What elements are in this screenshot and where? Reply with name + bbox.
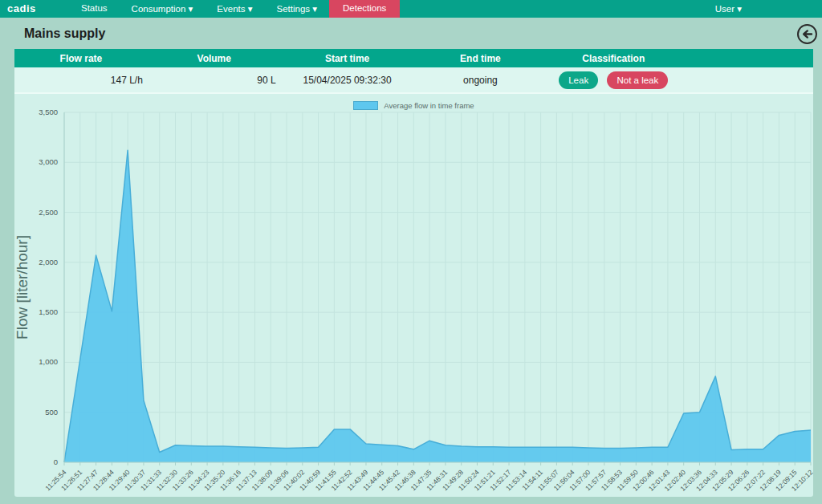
volume-value: 90 L: [148, 75, 281, 86]
svg-text:0: 0: [54, 457, 58, 466]
title-band: Mains supply: [0, 18, 822, 49]
legend-label: Average flow in time frame: [384, 101, 474, 110]
brand-logo[interactable]: cadis: [0, 0, 58, 18]
col-header-flow-rate: Flow rate: [14, 53, 148, 64]
svg-text:1,000: 1,000: [39, 357, 58, 366]
flow-chart-panel: Average flow in time frame 05001,0001,50…: [14, 94, 813, 497]
top-navigation-bar: cadis Status Consumption ▾ Events ▾ Sett…: [0, 0, 822, 18]
nav-item-status[interactable]: Status: [69, 0, 120, 18]
flow-chart-svg: 05001,0001,5002,0002,5003,0003,50011:25:…: [14, 110, 813, 497]
svg-text:1,500: 1,500: [39, 307, 58, 316]
nav-item-detections[interactable]: Detections: [329, 0, 400, 18]
col-header-end-time: End time: [413, 53, 547, 64]
col-header-start-time: Start time: [281, 53, 414, 64]
flow-area-chart: 05001,0001,5002,0002,5003,0003,50011:25:…: [14, 110, 813, 497]
nav-item-settings[interactable]: Settings ▾: [264, 0, 329, 18]
back-icon[interactable]: [796, 23, 818, 45]
table-row: 147 L/h 90 L 15/04/2025 09:32:30 ongoing…: [14, 67, 813, 94]
chart-legend[interactable]: Average flow in time frame: [14, 94, 813, 110]
table-header-row: Flow rate Volume Start time End time Cla…: [14, 49, 813, 67]
leak-button[interactable]: Leak: [559, 71, 598, 89]
classification-actions: Leak Not a leak: [547, 71, 680, 89]
col-header-volume: Volume: [148, 53, 281, 64]
end-time-value: ongoing: [413, 75, 547, 86]
page-title: Mains supply: [0, 26, 105, 41]
start-time-value: 15/04/2025 09:32:30: [281, 75, 414, 86]
svg-text:2,000: 2,000: [39, 258, 58, 266]
user-menu[interactable]: User ▾: [715, 0, 742, 18]
svg-text:2,500: 2,500: [39, 208, 58, 217]
svg-text:3,500: 3,500: [39, 110, 58, 116]
nav-item-consumption[interactable]: Consumption ▾: [120, 0, 206, 18]
detection-card: Flow rate Volume Start time End time Cla…: [14, 49, 813, 497]
not-a-leak-button[interactable]: Not a leak: [607, 71, 668, 89]
detection-table: Flow rate Volume Start time End time Cla…: [14, 49, 813, 94]
svg-text:3,000: 3,000: [39, 157, 58, 166]
col-header-classification: Classification: [547, 53, 680, 64]
flow-rate-value: 147 L/h: [14, 75, 148, 86]
legend-swatch-icon: [353, 101, 378, 110]
y-axis-title: Flow [liter/hour]: [14, 235, 31, 339]
svg-text:500: 500: [45, 408, 58, 417]
nav-item-events[interactable]: Events ▾: [205, 0, 264, 18]
